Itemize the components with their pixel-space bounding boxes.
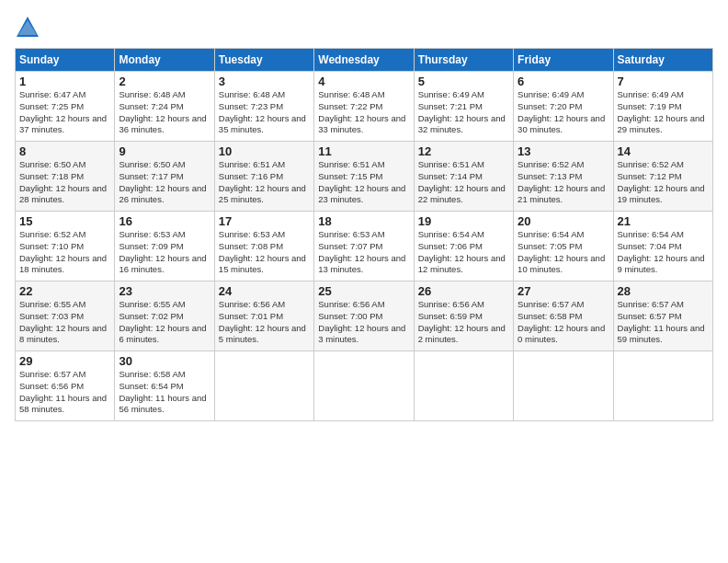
day-number: 1: [19, 75, 110, 88]
calendar-cell: 4 Sunrise: 6:48 AMSunset: 7:22 PMDayligh…: [314, 72, 414, 142]
day-info: Sunrise: 6:54 AMSunset: 7:05 PMDaylight:…: [518, 229, 605, 274]
day-number: 27: [518, 284, 609, 298]
day-info: Sunrise: 6:57 AMSunset: 6:57 PMDaylight:…: [618, 299, 705, 344]
calendar-cell: 25 Sunrise: 6:56 AMSunset: 7:00 PMDaylig…: [314, 282, 414, 351]
day-info: Sunrise: 6:57 AMSunset: 6:56 PMDaylight:…: [19, 369, 107, 414]
day-number: 10: [219, 144, 310, 158]
day-number: 17: [219, 214, 310, 228]
day-info: Sunrise: 6:48 AMSunset: 7:24 PMDaylight:…: [119, 89, 206, 134]
day-number: 2: [119, 75, 210, 88]
day-info: Sunrise: 6:53 AMSunset: 7:07 PMDaylight:…: [318, 229, 405, 274]
calendar-cell: 14 Sunrise: 6:52 AMSunset: 7:12 PMDaylig…: [613, 142, 712, 212]
day-info: Sunrise: 6:48 AMSunset: 7:22 PMDaylight:…: [318, 89, 405, 134]
calendar-cell: 8 Sunrise: 6:50 AMSunset: 7:18 PMDayligh…: [16, 142, 115, 212]
day-number: 6: [518, 75, 609, 88]
day-number: 22: [19, 284, 110, 298]
day-info: Sunrise: 6:53 AMSunset: 7:09 PMDaylight:…: [119, 229, 206, 274]
day-number: 7: [618, 75, 709, 88]
logo: [15, 15, 44, 40]
day-info: Sunrise: 6:51 AMSunset: 7:14 PMDaylight:…: [418, 159, 506, 204]
calendar-cell: [414, 351, 513, 421]
calendar-cell: 24 Sunrise: 6:56 AMSunset: 7:01 PMDaylig…: [214, 282, 313, 351]
day-info: Sunrise: 6:52 AMSunset: 7:13 PMDaylight:…: [518, 159, 605, 204]
calendar-cell: 30 Sunrise: 6:58 AMSunset: 6:54 PMDaylig…: [115, 351, 214, 421]
day-info: Sunrise: 6:52 AMSunset: 7:10 PMDaylight:…: [19, 229, 107, 274]
day-info: Sunrise: 6:50 AMSunset: 7:17 PMDaylight:…: [119, 159, 206, 204]
day-info: Sunrise: 6:51 AMSunset: 7:15 PMDaylight:…: [318, 159, 405, 204]
calendar-cell: 22 Sunrise: 6:55 AMSunset: 7:03 PMDaylig…: [16, 282, 115, 351]
calendar-cell: 10 Sunrise: 6:51 AMSunset: 7:16 PMDaylig…: [214, 142, 313, 212]
calendar-cell: 12 Sunrise: 6:51 AMSunset: 7:14 PMDaylig…: [414, 142, 513, 212]
calendar-cell: [514, 351, 613, 421]
calendar-cell: 17 Sunrise: 6:53 AMSunset: 7:08 PMDaylig…: [214, 212, 313, 282]
calendar-cell: 23 Sunrise: 6:55 AMSunset: 7:02 PMDaylig…: [115, 282, 214, 351]
day-info: Sunrise: 6:55 AMSunset: 7:03 PMDaylight:…: [19, 299, 107, 344]
day-info: Sunrise: 6:50 AMSunset: 7:18 PMDaylight:…: [19, 159, 107, 204]
day-number: 23: [119, 284, 210, 298]
calendar-row: 22 Sunrise: 6:55 AMSunset: 7:03 PMDaylig…: [16, 282, 713, 351]
day-info: Sunrise: 6:48 AMSunset: 7:23 PMDaylight:…: [219, 89, 306, 134]
calendar-cell: 7 Sunrise: 6:49 AMSunset: 7:19 PMDayligh…: [613, 72, 712, 142]
calendar-cell: 5 Sunrise: 6:49 AMSunset: 7:21 PMDayligh…: [414, 72, 513, 142]
day-number: 18: [318, 214, 409, 228]
page-container: Sunday Monday Tuesday Wednesday Thursday…: [0, 0, 728, 563]
day-info: Sunrise: 6:53 AMSunset: 7:08 PMDaylight:…: [219, 229, 306, 274]
calendar-row: 1 Sunrise: 6:47 AMSunset: 7:25 PMDayligh…: [16, 72, 713, 142]
day-number: 16: [119, 214, 210, 228]
calendar-cell: [214, 351, 313, 421]
calendar-cell: 21 Sunrise: 6:54 AMSunset: 7:04 PMDaylig…: [613, 212, 712, 282]
day-number: 24: [219, 284, 310, 298]
calendar-cell: 28 Sunrise: 6:57 AMSunset: 6:57 PMDaylig…: [613, 282, 712, 351]
calendar-cell: 29 Sunrise: 6:57 AMSunset: 6:56 PMDaylig…: [16, 351, 115, 421]
day-number: 20: [518, 214, 609, 228]
day-number: 19: [418, 214, 509, 228]
day-info: Sunrise: 6:56 AMSunset: 7:00 PMDaylight:…: [318, 299, 405, 344]
day-number: 12: [418, 144, 509, 158]
day-info: Sunrise: 6:58 AMSunset: 6:54 PMDaylight:…: [119, 369, 206, 414]
header: [15, 15, 713, 40]
calendar-cell: 15 Sunrise: 6:52 AMSunset: 7:10 PMDaylig…: [16, 212, 115, 282]
calendar-row: 29 Sunrise: 6:57 AMSunset: 6:56 PMDaylig…: [16, 351, 713, 421]
calendar-cell: 16 Sunrise: 6:53 AMSunset: 7:09 PMDaylig…: [115, 212, 214, 282]
col-wednesday: Wednesday: [314, 49, 414, 72]
day-info: Sunrise: 6:47 AMSunset: 7:25 PMDaylight:…: [19, 89, 107, 134]
day-number: 30: [119, 354, 210, 368]
col-monday: Monday: [115, 49, 214, 72]
day-info: Sunrise: 6:56 AMSunset: 6:59 PMDaylight:…: [418, 299, 506, 344]
calendar-cell: 26 Sunrise: 6:56 AMSunset: 6:59 PMDaylig…: [414, 282, 513, 351]
day-number: 14: [618, 144, 709, 158]
day-number: 9: [119, 144, 210, 158]
col-sunday: Sunday: [16, 49, 115, 72]
day-number: 25: [318, 284, 409, 298]
calendar-cell: 27 Sunrise: 6:57 AMSunset: 6:58 PMDaylig…: [514, 282, 613, 351]
col-friday: Friday: [514, 49, 613, 72]
calendar-table: Sunday Monday Tuesday Wednesday Thursday…: [15, 48, 713, 421]
day-info: Sunrise: 6:57 AMSunset: 6:58 PMDaylight:…: [518, 299, 605, 344]
col-thursday: Thursday: [414, 49, 513, 72]
calendar-cell: 19 Sunrise: 6:54 AMSunset: 7:06 PMDaylig…: [414, 212, 513, 282]
calendar-row: 8 Sunrise: 6:50 AMSunset: 7:18 PMDayligh…: [16, 142, 713, 212]
day-info: Sunrise: 6:54 AMSunset: 7:04 PMDaylight:…: [618, 229, 705, 274]
calendar-cell: 9 Sunrise: 6:50 AMSunset: 7:17 PMDayligh…: [115, 142, 214, 212]
calendar-cell: [613, 351, 712, 421]
col-tuesday: Tuesday: [214, 49, 313, 72]
calendar-cell: [314, 351, 414, 421]
calendar-cell: 1 Sunrise: 6:47 AMSunset: 7:25 PMDayligh…: [16, 72, 115, 142]
calendar-cell: 18 Sunrise: 6:53 AMSunset: 7:07 PMDaylig…: [314, 212, 414, 282]
calendar-cell: 2 Sunrise: 6:48 AMSunset: 7:24 PMDayligh…: [115, 72, 214, 142]
calendar-cell: 20 Sunrise: 6:54 AMSunset: 7:05 PMDaylig…: [514, 212, 613, 282]
day-number: 4: [318, 75, 409, 88]
day-number: 11: [318, 144, 409, 158]
day-number: 15: [19, 214, 110, 228]
day-info: Sunrise: 6:49 AMSunset: 7:19 PMDaylight:…: [618, 89, 705, 134]
day-info: Sunrise: 6:51 AMSunset: 7:16 PMDaylight:…: [219, 159, 306, 204]
col-saturday: Saturday: [613, 49, 712, 72]
day-info: Sunrise: 6:49 AMSunset: 7:21 PMDaylight:…: [418, 89, 506, 134]
day-number: 26: [418, 284, 509, 298]
calendar-row: 15 Sunrise: 6:52 AMSunset: 7:10 PMDaylig…: [16, 212, 713, 282]
calendar-header-row: Sunday Monday Tuesday Wednesday Thursday…: [16, 49, 713, 72]
calendar-cell: 6 Sunrise: 6:49 AMSunset: 7:20 PMDayligh…: [514, 72, 613, 142]
day-info: Sunrise: 6:56 AMSunset: 7:01 PMDaylight:…: [219, 299, 306, 344]
svg-marker-1: [18, 20, 37, 35]
day-number: 5: [418, 75, 509, 88]
